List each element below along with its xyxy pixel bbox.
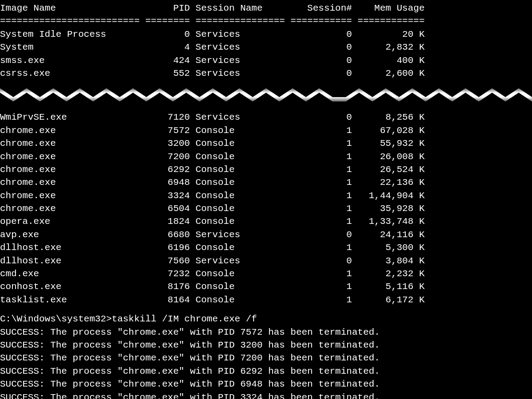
table-row: tasklist.exe 8164 Console 1 6,172 K xyxy=(0,293,532,306)
command-prompt: C:\Windows\system32>taskkill /IM chrome.… xyxy=(0,313,532,325)
table-row: csrss.exe 552 Services 0 2,600 K xyxy=(0,67,532,80)
table-row: conhost.exe 8176 Console 1 5,116 K xyxy=(0,280,532,293)
table-row: WmiPrvSE.exe 7120 Services 0 8,256 K xyxy=(0,111,532,124)
terminal-output[interactable]: Image Name PID Session Name Session# Mem… xyxy=(0,2,532,399)
table-row: chrome.exe 3200 Console 1 55,932 K xyxy=(0,137,532,150)
tasklist-separator: ========================= ======== =====… xyxy=(0,15,532,27)
tasklist-header: Image Name PID Session Name Session# Mem… xyxy=(0,2,532,15)
table-row: chrome.exe 6948 Console 1 22,136 K xyxy=(0,176,532,189)
success-line: SUCCESS: The process "chrome.exe" with P… xyxy=(0,326,532,339)
table-row: avp.exe 6680 Services 0 24,116 K xyxy=(0,228,532,241)
table-row: System 4 Services 0 2,832 K xyxy=(0,41,532,54)
success-line: SUCCESS: The process "chrome.exe" with P… xyxy=(0,365,532,378)
success-line: SUCCESS: The process "chrome.exe" with P… xyxy=(0,352,532,364)
success-line: SUCCESS: The process "chrome.exe" with P… xyxy=(0,391,532,399)
table-row: cmd.exe 7232 Console 1 2,232 K xyxy=(0,267,532,280)
table-row: dllhost.exe 6196 Console 1 5,300 K xyxy=(0,241,532,254)
torn-edge-graphic xyxy=(0,82,532,108)
table-row: chrome.exe 7572 Console 1 67,028 K xyxy=(0,124,532,137)
table-row: chrome.exe 6504 Console 1 35,928 K xyxy=(0,202,532,215)
table-row: chrome.exe 3324 Console 1 1,44,904 K xyxy=(0,189,532,202)
success-line: SUCCESS: The process "chrome.exe" with P… xyxy=(0,339,532,352)
table-row: chrome.exe 6292 Console 1 26,524 K xyxy=(0,163,532,176)
success-line: SUCCESS: The process "chrome.exe" with P… xyxy=(0,378,532,391)
table-row: System Idle Process 0 Services 0 20 K xyxy=(0,28,532,41)
table-row: smss.exe 424 Services 0 400 K xyxy=(0,54,532,67)
table-row: chrome.exe 7200 Console 1 26,008 K xyxy=(0,150,532,163)
table-row: opera.exe 1824 Console 1 1,33,748 K xyxy=(0,215,532,228)
table-row: dllhost.exe 7560 Services 0 3,804 K xyxy=(0,254,532,267)
